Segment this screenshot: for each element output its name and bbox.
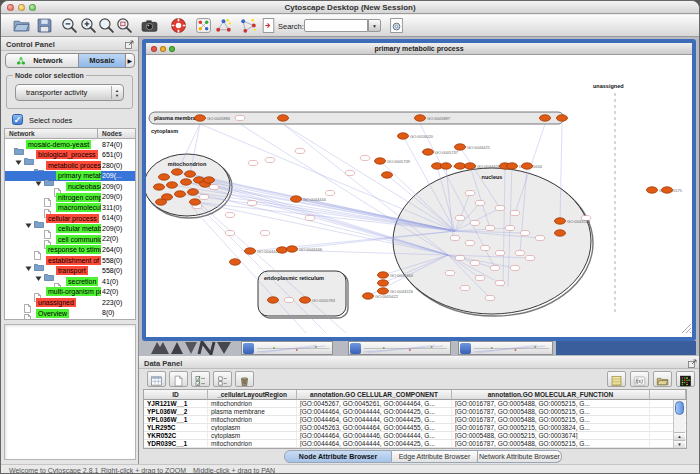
network-node[interactable] (235, 115, 245, 120)
network-node[interactable] (398, 133, 409, 139)
network-node[interactable] (450, 235, 460, 240)
zoom-out-icon[interactable] (61, 17, 78, 34)
network-node[interactable] (260, 230, 270, 235)
network-node[interactable] (540, 115, 551, 121)
network-node[interactable] (195, 115, 206, 121)
network-view-window[interactable]: primary metabolic process plasma membran… (142, 39, 696, 341)
scroll-up-button[interactable]: ▲ (674, 432, 685, 440)
network-node[interactable] (465, 190, 475, 195)
network-canvas[interactable]: plasma membranecytoplasmmitochondrionnuc… (146, 55, 692, 337)
tab-network-attribute-browser[interactable]: Network Attribute Browser (478, 450, 562, 463)
network-tree-row[interactable]: biological_process651(0) (5, 150, 135, 161)
minimized-network-window[interactable] (241, 341, 333, 355)
network-node[interactable] (525, 255, 535, 260)
select-nodes-checkbox[interactable]: ✓ (12, 114, 23, 125)
network-node[interactable] (515, 250, 525, 255)
network-node[interactable] (248, 160, 258, 165)
open-session-icon[interactable] (13, 17, 30, 34)
network-node[interactable] (495, 205, 505, 210)
tree-expander-icon[interactable] (25, 215, 32, 222)
network-node[interactable] (510, 265, 520, 270)
attribute-create-icon[interactable] (169, 371, 188, 387)
network-tree-row[interactable]: primary metabolic209(... (5, 171, 135, 182)
minimized-network-window[interactable] (348, 341, 451, 355)
network-tree-row[interactable]: establishment of loc558(0) (5, 255, 135, 266)
tree-column-nodes[interactable]: Nodes (98, 128, 136, 139)
scrollbar-thumb[interactable] (675, 401, 684, 415)
network-tree-row[interactable]: Overview8(0) (5, 308, 135, 319)
tree-expander-icon[interactable] (35, 173, 42, 180)
snapshot-icon[interactable] (141, 17, 158, 34)
network-node[interactable] (175, 191, 186, 197)
attribute-matrix-icon[interactable] (607, 371, 626, 387)
network-node[interactable] (363, 293, 374, 299)
node-color-dropdown[interactable]: transporter activity ▲▼ (15, 84, 124, 101)
network-node[interactable] (375, 158, 386, 164)
float-panel-icon[interactable] (125, 40, 134, 49)
network-node[interactable] (154, 184, 165, 190)
resize-grip-icon[interactable] (682, 324, 691, 333)
table-row[interactable]: YPL036W__2plasma membrane[GO:0044464, GO… (144, 408, 686, 416)
network-node[interactable] (277, 247, 288, 253)
network-tree-row[interactable]: nitrogen compou209(0) (5, 192, 135, 203)
network-node[interactable] (475, 200, 485, 205)
network-node[interactable] (485, 295, 495, 300)
network-node[interactable] (291, 196, 302, 202)
zoom-in-icon[interactable] (80, 17, 97, 34)
import-network-icon[interactable] (260, 17, 277, 34)
network-node[interactable] (455, 215, 465, 220)
network-node[interactable] (507, 163, 518, 169)
network-node[interactable] (172, 169, 183, 175)
table-column-header[interactable]: ID (144, 390, 208, 400)
network-tree-row[interactable]: secretion41(0) (5, 276, 135, 287)
network-node[interactable] (245, 248, 256, 254)
network-node[interactable] (455, 144, 466, 150)
network-node[interactable] (225, 230, 235, 235)
tab-node-attribute-browser[interactable]: Node Attribute Browser (284, 450, 392, 463)
network-node[interactable] (505, 225, 515, 230)
network-tree-row[interactable]: cellular metaboli209(0) (5, 223, 135, 234)
network-node[interactable] (470, 260, 480, 265)
search-dropdown-button[interactable]: ▼ (368, 19, 381, 32)
network-node[interactable] (455, 163, 466, 169)
attribute-unselect-all-icon[interactable] (213, 371, 232, 387)
tab-network[interactable]: Network (6, 54, 78, 67)
network-tree-row[interactable]: multi-organism pro42(0) (5, 287, 135, 298)
network-node[interactable] (520, 230, 530, 235)
search-options-icon[interactable] (388, 17, 405, 34)
network-node[interactable] (360, 155, 370, 160)
network-node[interactable] (455, 255, 465, 260)
network-node[interactable] (662, 187, 673, 193)
network-tree-row[interactable]: macromolecule m311(0) (5, 202, 135, 213)
network-tree-row[interactable]: mosaic-demo-yeast874(0) (5, 139, 135, 150)
network-node[interactable] (268, 297, 279, 303)
network-node[interactable] (265, 157, 275, 162)
attribute-select-all-icon[interactable] (191, 371, 210, 387)
scroll-down-button[interactable]: ▼ (674, 440, 685, 448)
network-node[interactable] (159, 174, 170, 180)
vizmapper-icon[interactable] (195, 17, 212, 34)
table-row[interactable]: YPL036W__1mitochondrion[GO:0044464, GO:0… (144, 416, 686, 424)
network-node[interactable] (470, 220, 480, 225)
network-view-titlebar[interactable]: primary metabolic process (146, 43, 692, 55)
network-node[interactable] (225, 212, 235, 217)
tree-expander-icon[interactable] (15, 152, 22, 159)
network-node[interactable] (647, 187, 658, 193)
network-node[interactable] (209, 184, 219, 189)
network-node[interactable] (445, 270, 455, 275)
network-node[interactable] (325, 190, 335, 195)
save-session-icon[interactable] (36, 17, 53, 34)
network-node[interactable] (495, 280, 505, 285)
network-node[interactable] (190, 199, 201, 205)
table-row[interactable]: YLR295Ccytoplasm[GO:0045263, GO:0044464,… (144, 424, 686, 432)
network-node[interactable] (156, 199, 167, 205)
attribute-delete-icon[interactable] (235, 371, 254, 387)
tree-expander-icon[interactable] (25, 258, 32, 265)
network-node[interactable] (287, 246, 298, 252)
network-node[interactable] (495, 250, 505, 255)
network-node[interactable] (522, 163, 533, 169)
network-node[interactable] (465, 163, 476, 169)
table-column-header[interactable]: annotation.GO CELLULAR_COMPONENT (297, 390, 452, 400)
network-node[interactable] (490, 265, 500, 270)
tab-edge-attribute-browser[interactable]: Edge Attribute Browser (392, 450, 478, 463)
